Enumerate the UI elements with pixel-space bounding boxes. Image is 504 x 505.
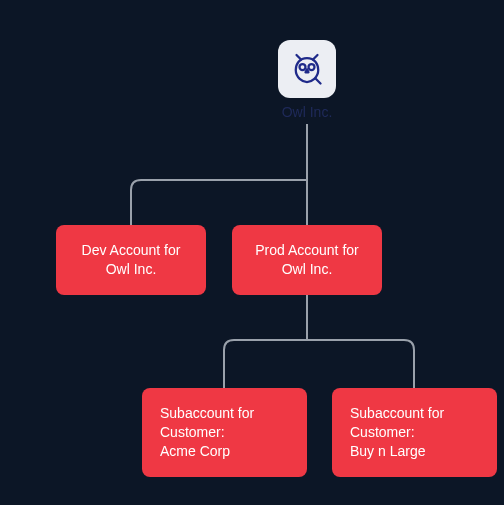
node-line: Subaccount for — [350, 404, 479, 423]
node-dev-account: Dev Account for Owl Inc. — [56, 225, 206, 295]
node-line: Customer: — [350, 423, 479, 442]
node-label: Dev Account for Owl Inc. — [82, 242, 181, 277]
owl-icon — [289, 49, 325, 89]
account-hierarchy-diagram: Owl Inc. Dev Account for Owl Inc. Prod A… — [0, 0, 504, 505]
node-line: Acme Corp — [160, 442, 289, 461]
company-name: Owl Inc. — [260, 104, 354, 120]
node-label: Prod Account for Owl Inc. — [255, 242, 359, 277]
node-prod-account: Prod Account for Owl Inc. — [232, 225, 382, 295]
company-logo-tile — [278, 40, 336, 98]
node-subaccount-acme: Subaccount for Customer: Acme Corp — [142, 388, 307, 477]
node-line: Customer: — [160, 423, 289, 442]
svg-point-0 — [300, 64, 306, 70]
node-line: Subaccount for — [160, 404, 289, 423]
node-subaccount-bnl: Subaccount for Customer: Buy n Large — [332, 388, 497, 477]
svg-point-1 — [309, 64, 315, 70]
node-line: Buy n Large — [350, 442, 479, 461]
